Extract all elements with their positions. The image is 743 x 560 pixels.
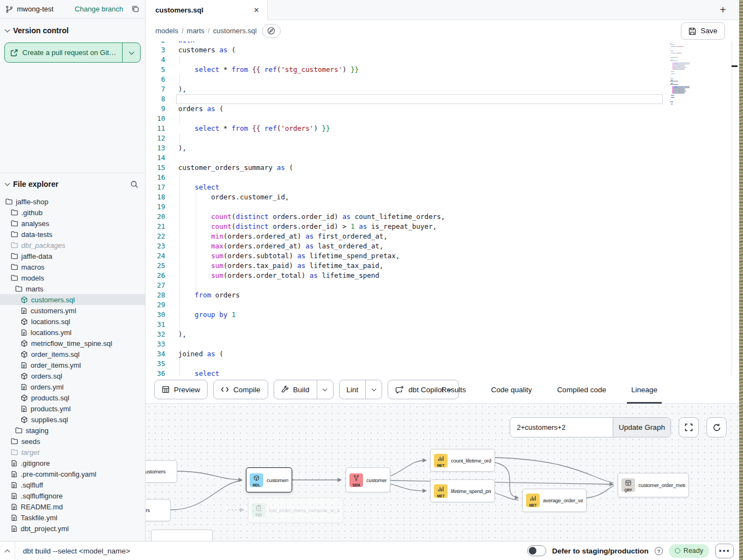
- code-line-10[interactable]: 10: [146, 114, 739, 124]
- code-line-6[interactable]: 6: [146, 75, 739, 84]
- tree-item--sqlfluff[interactable]: .sqlfluff: [0, 479, 145, 490]
- minimap[interactable]: [670, 43, 715, 106]
- tree-item-analyses[interactable]: analyses: [0, 218, 145, 229]
- code-line-34[interactable]: 34joined as (: [146, 349, 739, 359]
- tree-item-products-sql[interactable]: products.sql: [0, 392, 145, 403]
- tree-item-target[interactable]: target: [0, 447, 145, 458]
- code-line-3[interactable]: 3customers as (: [146, 45, 739, 55]
- create-pr-button[interactable]: Create a pull request on Git…: [4, 42, 141, 63]
- tree-item-staging[interactable]: staging: [0, 425, 145, 436]
- code-line-24[interactable]: 24 sum(orders.subtotal) as lifetime_spen…: [146, 251, 739, 261]
- code-line-4[interactable]: 4: [146, 55, 739, 65]
- tree-item-models[interactable]: models: [0, 272, 145, 283]
- preview-button[interactable]: Preview: [154, 380, 208, 399]
- build-dropdown[interactable]: [317, 380, 333, 399]
- command-input[interactable]: dbt build --select <model_name>: [23, 547, 130, 555]
- close-icon[interactable]: ✕: [253, 6, 259, 14]
- tree-item--sqlfluffignore[interactable]: .sqlfluffignore: [0, 490, 145, 501]
- code-line-11[interactable]: 11 select * from {{ ref('orders') }}: [146, 124, 739, 133]
- code-line-14[interactable]: 14: [146, 153, 739, 163]
- code-line-31[interactable]: 31: [146, 320, 739, 330]
- scrollbar-marker[interactable]: [732, 65, 738, 67]
- code-line-12[interactable]: 12: [146, 133, 739, 143]
- code-line-26[interactable]: 26 sum(orders.order_total) as lifetime_s…: [146, 271, 739, 281]
- tab-customers-sql[interactable]: customers.sql ✕: [146, 0, 268, 20]
- lineage-node-count-lifetime-orders[interactable]: METcount_lifetime_orders: [430, 449, 495, 472]
- tree-item-readme-md[interactable]: README.md: [0, 501, 145, 512]
- lineage-node-test-order-items-compute-to-bools-[interactable]: TSTtest_order_items_compute_to_bools...: [248, 497, 343, 523]
- open-in-explorer-button[interactable]: [262, 24, 281, 38]
- change-branch-link[interactable]: Change branch: [75, 5, 123, 13]
- tab-code-quality[interactable]: Code quality: [491, 376, 532, 404]
- tree-item--gitignore[interactable]: .gitignore: [0, 458, 145, 468]
- tree-item-macros[interactable]: macros: [0, 261, 145, 272]
- collapse-command-bar-button[interactable]: [0, 541, 15, 560]
- build-button[interactable]: Build: [274, 380, 334, 399]
- code-editor[interactable]: 2with3customers as (45 select * from {{ …: [146, 41, 739, 376]
- tree-item-dbt-packages[interactable]: dbt_packages: [0, 240, 145, 251]
- code-line-16[interactable]: 16: [146, 173, 739, 182]
- code-line-17[interactable]: 17 select: [146, 182, 739, 192]
- code-line-19[interactable]: 19: [146, 202, 739, 212]
- code-line-5[interactable]: 5 select * from {{ ref('stg_customers') …: [146, 65, 739, 75]
- tab-compiled-code[interactable]: Compiled code: [557, 376, 606, 404]
- lineage-node-partial[interactable]: [151, 529, 213, 541]
- lineage-node-orders[interactable]: orders: [146, 499, 171, 521]
- lineage-node-customers[interactable]: MDLcustomers: [246, 467, 292, 492]
- tree-item--github[interactable]: .github: [0, 207, 145, 218]
- lineage-node-lifetime-spend-pretax[interactable]: METlifetime_spend_pretax: [430, 479, 495, 502]
- code-line-2[interactable]: 2with: [146, 41, 739, 45]
- file-explorer-header[interactable]: File explorer: [0, 173, 145, 193]
- code-line-15[interactable]: 15customer_orders_summary as (: [146, 163, 739, 173]
- tab-lineage[interactable]: Lineage: [631, 376, 657, 404]
- tree-item-customers-yml[interactable]: customers.yml: [0, 305, 145, 316]
- code-line-18[interactable]: 18 orders.customer_id,: [146, 192, 739, 202]
- code-line-22[interactable]: 22 min(orders.ordered_at) as first_order…: [146, 232, 739, 241]
- refresh-button[interactable]: [706, 417, 727, 437]
- tab-results[interactable]: Results: [442, 376, 466, 404]
- tree-item-metricflow-time-spine-sql[interactable]: metricflow_time_spine.sql: [0, 338, 145, 349]
- code-line-7[interactable]: 7),: [146, 84, 739, 94]
- code-line-32[interactable]: 32),: [146, 330, 739, 339]
- new-tab-button[interactable]: +: [715, 2, 730, 17]
- code-line-21[interactable]: 21 count(distinct orders.order_id) > 1 a…: [146, 222, 739, 232]
- tree-item-jaffle-data[interactable]: jaffle-data: [0, 251, 145, 261]
- defer-toggle[interactable]: [527, 545, 546, 556]
- code-line-30[interactable]: 30 group by 1: [146, 310, 739, 320]
- code-line-35[interactable]: 35: [146, 359, 739, 369]
- lineage-node-customer-order-metrics[interactable]: QRYcustomer_order_metrics: [618, 473, 689, 497]
- code-line-9[interactable]: 9orders as (: [146, 104, 739, 114]
- overflow-menu-button[interactable]: ●●●: [715, 544, 734, 558]
- tree-item-orders-yml[interactable]: orders.yml: [0, 381, 145, 392]
- lineage-filter-input[interactable]: [510, 418, 613, 437]
- tree-item-locations-sql[interactable]: locations.sql: [0, 316, 145, 327]
- code-line-13[interactable]: 13),: [146, 143, 739, 153]
- tree-item-dbt-project-yml[interactable]: dbt_project.yml: [0, 523, 145, 534]
- create-pr-dropdown[interactable]: [122, 43, 140, 62]
- code-line-29[interactable]: 29: [146, 300, 739, 310]
- code-line-23[interactable]: 23 max(orders.ordered_at) as last_ordere…: [146, 241, 739, 251]
- file-search-button[interactable]: [130, 180, 138, 188]
- code-line-36[interactable]: 36 select: [146, 369, 739, 376]
- code-line-20[interactable]: 20 count(distinct orders.order_id) as co…: [146, 212, 739, 222]
- lineage-panel[interactable]: stg_customersordersMDLcustomersTSTtest_o…: [146, 404, 739, 541]
- fullscreen-button[interactable]: [679, 417, 699, 437]
- tree-item-order-items-sql[interactable]: order_items.sql: [0, 349, 145, 360]
- tree-item-marts[interactable]: marts: [0, 283, 145, 294]
- tree-item-products-yml[interactable]: products.yml: [0, 403, 145, 414]
- code-line-28[interactable]: 28 from orders: [146, 290, 739, 300]
- help-icon[interactable]: ?: [655, 547, 663, 555]
- tree-item-order-items-yml[interactable]: order_items.yml: [0, 360, 145, 370]
- compile-button[interactable]: Compile: [213, 380, 268, 399]
- lint-dropdown[interactable]: [365, 380, 382, 399]
- tree-item-jaffle-shop[interactable]: jaffle-shop: [0, 196, 145, 207]
- tree-item--pre-commit-config-yaml[interactable]: .pre-commit-config.yaml: [0, 468, 145, 479]
- tree-item-supplies-sql[interactable]: supplies.sql: [0, 414, 145, 425]
- lineage-node-stg-customers[interactable]: stg_customers: [146, 460, 177, 483]
- code-line-8[interactable]: 8: [146, 94, 739, 104]
- save-button[interactable]: Save: [681, 22, 725, 40]
- tree-item-data-tests[interactable]: data-tests: [0, 229, 145, 240]
- copy-branch-button[interactable]: [131, 5, 140, 13]
- code-line-33[interactable]: 33: [146, 339, 739, 349]
- tree-item-locations-yml[interactable]: locations.yml: [0, 327, 145, 338]
